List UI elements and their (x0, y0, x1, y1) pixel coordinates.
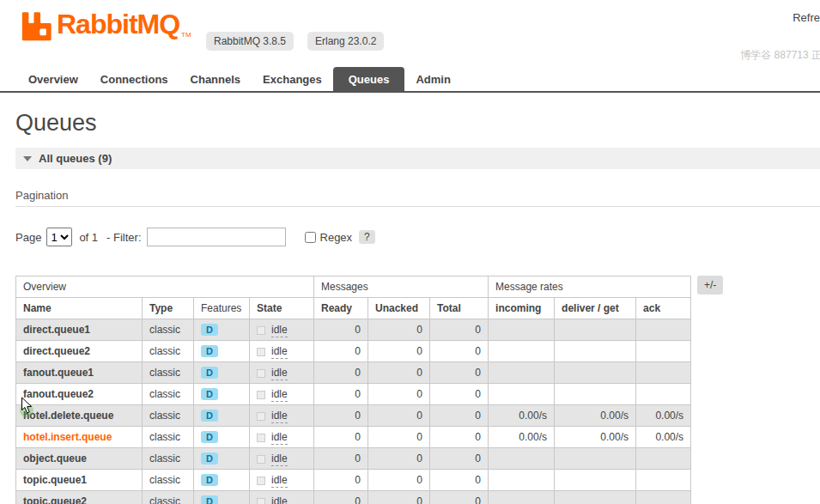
col-ready[interactable]: Ready (314, 298, 368, 319)
state-indicator-icon (257, 455, 265, 464)
queue-ready: 0 (314, 341, 368, 362)
state-indicator-icon (257, 434, 265, 442)
queue-features: D (194, 427, 250, 448)
tab-exchanges[interactable]: Exchanges (252, 67, 333, 91)
durable-badge: D (201, 474, 218, 486)
queue-ack (636, 362, 691, 384)
refresh-link[interactable]: Refre (793, 11, 820, 24)
queue-type: classic (143, 341, 194, 362)
queue-name-link[interactable]: object.queue (16, 448, 143, 470)
queue-total: 0 (430, 491, 489, 504)
col-features: Features (194, 298, 250, 319)
queue-features: D (194, 341, 250, 362)
queue-state: idle (250, 470, 314, 491)
col-total[interactable]: Total (430, 298, 489, 319)
queue-ack (636, 319, 691, 341)
rabbitmq-logo[interactable]: RabbitMQ TM (21, 7, 191, 45)
table-row: hotel.insert.queue classic D idle 0 0 0 … (16, 427, 691, 448)
queue-total: 0 (430, 427, 489, 448)
durable-badge: D (201, 388, 218, 400)
queue-ack (636, 470, 691, 491)
queue-unacked: 0 (368, 491, 430, 504)
queue-ready: 0 (314, 362, 368, 384)
filter-input[interactable] (147, 228, 286, 246)
queue-deliver-get (555, 384, 636, 405)
tab-admin[interactable]: Admin (404, 67, 461, 91)
queue-name-link[interactable]: hotel.delete.queue (16, 405, 143, 427)
queue-type: classic (143, 384, 194, 405)
pagination-controls: Page 1 of 1 - Filter: Regex ? (15, 228, 820, 246)
col-unacked[interactable]: Unacked (368, 298, 430, 319)
tab-queues[interactable]: Queues (333, 67, 405, 91)
col-ack[interactable]: ack (636, 298, 691, 319)
queue-incoming (489, 384, 555, 405)
queue-features: D (194, 448, 250, 470)
rabbitmq-version-badge: RabbitMQ 3.8.5 (206, 32, 294, 51)
queue-type: classic (143, 319, 194, 341)
regex-help-button[interactable]: ? (359, 230, 375, 244)
queue-deliver-get (555, 470, 636, 491)
queue-incoming: 0.00/s (489, 405, 555, 427)
queue-ack: 0.00/s (636, 405, 691, 427)
tab-connections[interactable]: Connections (89, 67, 179, 91)
queue-incoming (489, 341, 555, 362)
group-overview: Overview (16, 276, 314, 298)
queue-name-link[interactable]: direct.queue1 (16, 319, 143, 341)
all-queues-label: All queues (9) (39, 152, 112, 165)
queue-ready: 0 (314, 319, 368, 341)
queue-total: 0 (430, 470, 489, 491)
all-queues-section-toggle[interactable]: All queues (9) (15, 148, 820, 169)
queue-total: 0 (430, 448, 489, 470)
queue-incoming: 0.00/s (489, 427, 555, 448)
queue-ready: 0 (314, 405, 368, 427)
main-nav-tabbar: Overview Connections Channels Exchanges … (0, 67, 820, 93)
queue-ack (636, 491, 691, 504)
durable-badge: D (201, 431, 218, 443)
queue-name-link[interactable]: topic.queue1 (16, 470, 143, 491)
regex-checkbox[interactable] (305, 232, 316, 243)
queue-ack (636, 341, 691, 362)
queue-incoming (489, 470, 555, 491)
col-type[interactable]: Type (143, 298, 194, 319)
col-name[interactable]: Name (16, 298, 143, 319)
column-toggle-button[interactable]: +/- (697, 276, 723, 295)
queue-state: idle (250, 405, 314, 427)
queue-name-link[interactable]: topic.queue2 (16, 491, 143, 504)
queue-name-link[interactable]: direct.queue2 (16, 341, 143, 362)
queue-ready: 0 (314, 427, 368, 448)
queue-unacked: 0 (368, 470, 430, 491)
state-indicator-icon (257, 477, 265, 485)
column-header-row: Name Type Features State Ready Unacked T… (16, 298, 691, 319)
group-message-rates: Message rates (489, 276, 691, 298)
logo-tm: TM (181, 31, 191, 39)
pagination-section-title: Pagination (15, 189, 820, 202)
col-state[interactable]: State (250, 298, 314, 319)
queue-incoming (489, 448, 555, 470)
queue-name-link[interactable]: fanout.queue2 (16, 384, 143, 405)
durable-badge: D (201, 345, 218, 357)
queues-table: Overview Messages Message rates Name Typ… (15, 276, 691, 504)
queue-name-link[interactable]: fanout.queue1 (16, 362, 143, 384)
queue-features: D (194, 319, 250, 341)
erlang-version-badge: Erlang 23.0.2 (307, 32, 384, 51)
queue-unacked: 0 (368, 384, 430, 405)
page-select[interactable]: 1 (46, 228, 72, 246)
queue-state: idle (250, 362, 314, 384)
col-deliver-get[interactable]: deliver / get (555, 298, 636, 319)
tab-channels[interactable]: Channels (179, 67, 252, 91)
table-row: direct.queue1 classic D idle 0 0 0 (16, 319, 691, 341)
queue-type: classic (143, 491, 194, 504)
table-row: topic.queue1 classic D idle 0 0 0 (16, 470, 691, 491)
queue-state: idle (250, 427, 314, 448)
filter-label: - Filter: (106, 231, 141, 244)
queue-ack: 0.00/s (636, 427, 691, 448)
durable-badge: D (201, 452, 218, 465)
queue-name-link[interactable]: hotel.insert.queue (16, 427, 143, 448)
tab-overview[interactable]: Overview (17, 67, 89, 91)
col-incoming[interactable]: incoming (489, 298, 555, 319)
page-label: Page (15, 231, 41, 244)
queue-total: 0 (430, 341, 489, 362)
state-indicator-icon (257, 412, 265, 421)
logo-text: RabbitMQ (57, 7, 179, 41)
queue-features: D (194, 362, 250, 384)
